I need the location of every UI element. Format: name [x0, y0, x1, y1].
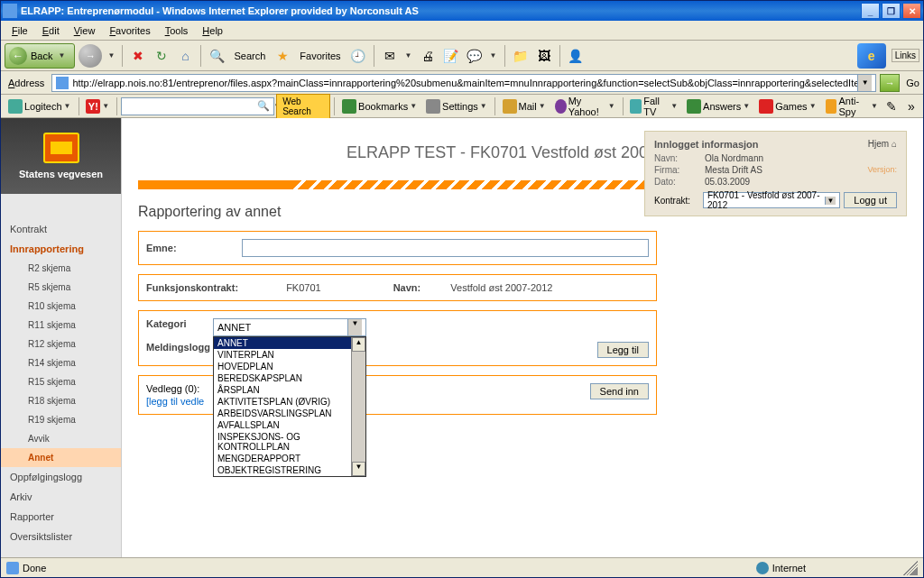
msn-icon[interactable]: 👤 — [566, 46, 586, 66]
kategori-option[interactable]: OBJEKTREGISTRERING — [214, 464, 365, 476]
status-text: Done — [23, 563, 46, 573]
sidebar-item-oppfølgingslogg[interactable]: Oppfølgingslogg — [1, 467, 121, 487]
sidebar-item-innrapportering[interactable]: Innrapportering — [1, 239, 121, 259]
settings-button[interactable]: Settings▼ — [422, 97, 491, 115]
funksjon-box: Funksjonskontrakt: FK0701 Navn: Vestfold… — [138, 274, 657, 301]
games-button[interactable]: Games▼ — [755, 97, 819, 115]
ip-navn-val: Ola Nordmann — [705, 153, 763, 163]
pencil-icon[interactable]: ✎ — [883, 98, 900, 115]
kategori-option[interactable]: ÅRSPLAN — [214, 384, 365, 396]
kategori-option[interactable]: ARBEIDSVARSLINGSPLAN — [214, 408, 365, 419]
menu-file[interactable]: File — [5, 23, 35, 38]
sidebar-item-r5-skjema[interactable]: R5 skjema — [1, 278, 121, 297]
sidebar-item-r18-skjema[interactable]: R18 skjema — [1, 391, 121, 410]
folder-icon[interactable]: 📁 — [511, 46, 531, 66]
kategori-scrollbar[interactable]: ▲ ▼ — [351, 337, 365, 476]
kategori-option[interactable]: VINTERPLAN — [214, 349, 365, 361]
print-icon[interactable]: 🖨 — [418, 46, 438, 66]
home-icon[interactable]: ⌂ — [175, 46, 195, 66]
sidebar-item-r2-skjema[interactable]: R2 skjema — [1, 259, 121, 278]
bookmarks-button[interactable]: Bookmarks▼ — [338, 97, 420, 115]
back-button[interactable]: ← Back ▼ — [5, 43, 75, 69]
stop-icon[interactable]: ✖ — [128, 46, 148, 66]
favorites-icon[interactable]: ★ — [273, 46, 292, 66]
edit-icon[interactable]: 📝 — [441, 46, 461, 66]
home-link[interactable]: Hjem ⌂ — [868, 139, 897, 149]
sidebar-item-rapporter[interactable]: Rapporter — [1, 507, 121, 527]
kategori-label: Kategori — [146, 318, 204, 329]
meldingslogg-label: Meldingslogg — [146, 342, 204, 353]
close-button[interactable]: ✕ — [902, 3, 921, 19]
menu-edit[interactable]: Edit — [35, 23, 67, 38]
mail-icon[interactable]: ✉ — [380, 46, 400, 66]
back-arrow-icon: ← — [9, 47, 27, 65]
ip-firma-key: Firma: — [654, 165, 699, 175]
menu-help[interactable]: Help — [195, 23, 230, 38]
kategori-option[interactable]: MENGDERAPPORT — [214, 453, 365, 464]
kategori-option[interactable]: BEREDSKAPSPLAN — [214, 372, 365, 384]
legg-til-vedlegg-link[interactable]: [legg til vedle — [146, 396, 204, 407]
kontrakt-select[interactable]: FK0701 - Vestfold øst 2007-2012 ▼ — [703, 192, 840, 208]
falltv-button[interactable]: Fall TV▼ — [626, 94, 681, 119]
address-input[interactable] — [72, 78, 857, 88]
go-button[interactable]: → — [880, 74, 900, 92]
sidebar-item-oversiktslister[interactable]: Oversiktslister — [1, 527, 121, 546]
leggtil-button[interactable]: Legg til — [597, 342, 649, 358]
favorites-label[interactable]: Favorites — [296, 50, 344, 61]
vegvesen-logo-icon — [43, 133, 79, 163]
websearch-button[interactable]: Web Search — [276, 94, 330, 119]
loggut-button[interactable]: Logg ut — [844, 192, 897, 208]
mail-dropdown[interactable]: ▼ — [403, 51, 414, 60]
search-icon[interactable]: 🔍 — [207, 46, 226, 66]
scroll-down-icon[interactable]: ▼ — [352, 462, 365, 476]
search-label[interactable]: Search — [230, 50, 269, 61]
menu-tools[interactable]: Tools — [158, 23, 196, 38]
kategori-option[interactable]: AVFALLSPLAN — [214, 419, 365, 431]
img-icon[interactable]: 🖼 — [534, 46, 554, 66]
more-icon[interactable]: » — [903, 98, 919, 115]
myyahoo-button[interactable]: My Yahoo!▼ — [551, 94, 619, 119]
forward-button[interactable]: → — [79, 44, 102, 68]
ip-dato-key: Dato: — [654, 177, 699, 187]
yahoo-search-input[interactable] — [122, 101, 254, 112]
kategori-select[interactable]: ANNET ▼ — [213, 318, 366, 336]
funksjon-label: Funksjonskontrakt: — [146, 282, 238, 293]
resize-grip[interactable] — [903, 561, 918, 575]
sidebar-item-annet[interactable]: Annet — [1, 448, 121, 467]
kategori-option[interactable]: AKTIVITETSPLAN (ØVRIG) — [214, 396, 365, 408]
discuss-dropdown[interactable]: ▼ — [488, 51, 499, 60]
refresh-icon[interactable]: ↻ — [152, 46, 171, 66]
sidebar-item-avvik[interactable]: Avvik — [1, 429, 121, 448]
sidebar-item-r12-skjema[interactable]: R12 skjema — [1, 335, 121, 353]
emne-input[interactable] — [242, 239, 649, 257]
logitech-button[interactable]: Logitech▼ — [5, 97, 75, 115]
minimize-button[interactable]: _ — [861, 3, 880, 19]
answers-button[interactable]: Answers▼ — [683, 97, 753, 115]
page-icon — [56, 77, 69, 89]
sidebar-item-r10-skjema[interactable]: R10 skjema — [1, 297, 121, 316]
address-dropdown[interactable]: ▼ — [857, 75, 872, 91]
forward-dropdown[interactable]: ▼ — [106, 51, 116, 60]
links-button[interactable]: Links — [892, 49, 919, 62]
menu-favorites[interactable]: Favorites — [102, 23, 157, 38]
sidebar-item-r14-skjema[interactable]: R14 skjema — [1, 353, 121, 372]
back-dropdown[interactable]: ▼ — [56, 51, 67, 60]
antispy-button[interactable]: Anti-Spy▼ — [822, 94, 882, 119]
history-icon[interactable]: 🕘 — [348, 46, 368, 66]
sidebar-item-r15-skjema[interactable]: R15 skjema — [1, 372, 121, 391]
kategori-option[interactable]: HOVEDPLAN — [214, 361, 365, 372]
yahoo-button[interactable]: Y!▼ — [82, 97, 113, 115]
restore-button[interactable]: ❐ — [882, 3, 901, 19]
menu-view[interactable]: View — [67, 23, 103, 38]
sidebar-item-kontrakt[interactable]: Kontrakt — [1, 219, 121, 239]
search-mag-icon[interactable]: 🔍 — [254, 100, 273, 112]
discuss-icon[interactable]: 💬 — [465, 46, 485, 66]
sidebar-item-r19-skjema[interactable]: R19 skjema — [1, 410, 121, 429]
kategori-option[interactable]: ANNET — [214, 337, 365, 349]
scroll-up-icon[interactable]: ▲ — [352, 337, 365, 352]
sendinn-button[interactable]: Send inn — [590, 383, 649, 399]
sidebar-item-arkiv[interactable]: Arkiv — [1, 487, 121, 507]
mail-button[interactable]: Mail▼ — [499, 97, 550, 115]
kategori-option[interactable]: INSPEKSJONS- OG KONTROLLPLAN — [214, 431, 365, 453]
sidebar-item-r11-skjema[interactable]: R11 skjema — [1, 316, 121, 335]
